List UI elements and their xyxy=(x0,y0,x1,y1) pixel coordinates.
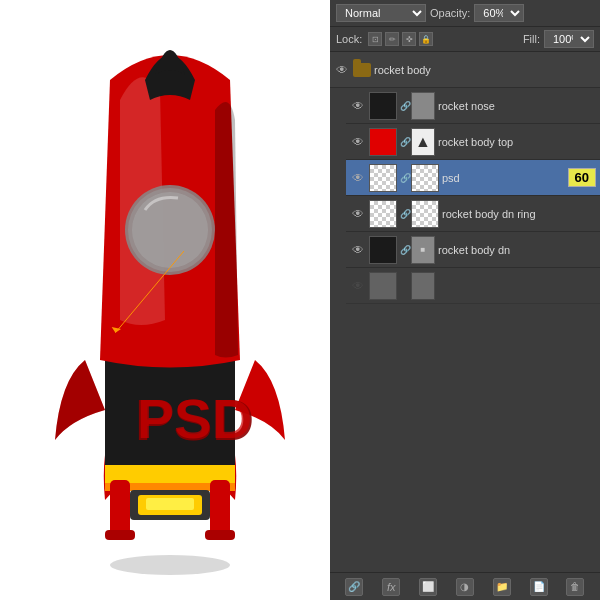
eye-icon-extra[interactable]: 👁 xyxy=(350,278,366,294)
layer-thumb2-extra xyxy=(411,272,435,300)
fill-select[interactable]: 100% xyxy=(544,30,594,48)
panel-lockrow: Lock: ⊡ ✏ ✜ 🔒 Fill: 100% xyxy=(330,27,600,52)
svg-rect-16 xyxy=(205,530,235,540)
layer-link-body-top: 🔗 xyxy=(400,137,408,147)
lock-move-icon[interactable]: ✜ xyxy=(402,32,416,46)
adjustment-layer-icon[interactable]: ◑ xyxy=(456,578,474,596)
layer-thumb-dn-ring xyxy=(369,200,397,228)
delete-layer-icon[interactable]: 🗑 xyxy=(566,578,584,596)
lock-transparency-icon[interactable]: ⊡ xyxy=(368,32,382,46)
svg-point-7 xyxy=(132,192,208,268)
eye-icon-psd[interactable]: 👁 xyxy=(350,170,366,186)
lock-icons: ⊡ ✏ ✜ 🔒 xyxy=(368,32,433,46)
fill-row: Fill: 100% xyxy=(523,30,594,48)
folder-icon xyxy=(353,63,371,77)
layer-name-rocket-nose: rocket nose xyxy=(438,100,596,112)
layer-link-nose: 🔗 xyxy=(400,101,408,111)
layer-name-rocket-body-top: rocket body top xyxy=(438,136,596,148)
layer-row-rocket-body-top[interactable]: 👁 🔗 ▲ rocket body top xyxy=(346,124,600,160)
layer-name-rocket-body: rocket body xyxy=(374,64,596,76)
layer-thumb2-nose xyxy=(411,92,435,120)
mask-icon[interactable]: ⬜ xyxy=(419,578,437,596)
layer-link-psd: 🔗 xyxy=(400,173,408,183)
layer-row-rocket-body-group[interactable]: 👁 rocket body xyxy=(330,52,600,88)
layer-name-rocket-body-dn: rocket body dn xyxy=(438,244,596,256)
layer-row-extra[interactable]: 👁 xyxy=(346,268,600,304)
layer-thumb2-dn: ■ xyxy=(411,236,435,264)
layer-name-psd: psd xyxy=(442,172,565,184)
layer-thumb2-psd xyxy=(411,164,439,192)
svg-text:PSD: PSD xyxy=(137,387,252,450)
layer-thumb-extra xyxy=(369,272,397,300)
fx-icon[interactable]: fx xyxy=(382,578,400,596)
panel-bottombar: 🔗 fx ⬜ ◑ 📁 📄 🗑 xyxy=(330,572,600,600)
layer-row-psd[interactable]: 👁 🔗 psd 60 xyxy=(346,160,600,196)
new-group-icon[interactable]: 📁 xyxy=(493,578,511,596)
svg-point-0 xyxy=(110,555,230,575)
layer-thumb-dn xyxy=(369,236,397,264)
layer-link-dn-ring: 🔗 xyxy=(400,209,408,219)
eye-icon-body-top[interactable]: 👁 xyxy=(350,134,366,150)
layer-name-rocket-body-dn-ring: rocket body dn ring xyxy=(442,208,596,220)
layer-thumb-nose xyxy=(369,92,397,120)
layer-thumb-psd xyxy=(369,164,397,192)
new-layer-icon[interactable]: 📄 xyxy=(530,578,548,596)
layer-link-dn: 🔗 xyxy=(400,245,408,255)
link-layer-icon[interactable]: 🔗 xyxy=(345,578,363,596)
layer-badge-psd: 60 xyxy=(568,168,596,187)
eye-icon-nose[interactable]: 👁 xyxy=(350,98,366,114)
svg-rect-12 xyxy=(146,498,194,510)
opacity-label: Opacity: xyxy=(430,7,470,19)
blend-mode-select[interactable]: Normal xyxy=(336,4,426,22)
fill-label: Fill: xyxy=(523,33,540,45)
layer-row-rocket-nose[interactable]: 👁 🔗 rocket nose xyxy=(346,88,600,124)
canvas-area: PSD PSD xyxy=(0,0,330,600)
lock-paint-icon[interactable]: ✏ xyxy=(385,32,399,46)
layer-row-rocket-body-dn[interactable]: 👁 🔗 ■ rocket body dn xyxy=(346,232,600,268)
lock-label: Lock: xyxy=(336,33,362,45)
rocket-container: PSD PSD xyxy=(30,20,310,580)
eye-icon-dn[interactable]: 👁 xyxy=(350,242,366,258)
panel-topbar: Normal Opacity: 60% xyxy=(330,0,600,27)
eye-icon[interactable]: 👁 xyxy=(334,62,350,78)
lock-all-icon[interactable]: 🔒 xyxy=(419,32,433,46)
opacity-select[interactable]: 60% xyxy=(474,4,524,22)
layer-thumb2-dn-ring xyxy=(411,200,439,228)
layers-list: 👁 rocket body 👁 🔗 rocket nose 👁 🔗 ▲ rock… xyxy=(330,52,600,562)
layer-thumb2-body-top: ▲ xyxy=(411,128,435,156)
eye-icon-dn-ring[interactable]: 👁 xyxy=(350,206,366,222)
layer-thumb-body-top xyxy=(369,128,397,156)
layers-panel: Normal Opacity: 60% Lock: ⊡ ✏ ✜ 🔒 Fill: … xyxy=(330,0,600,600)
svg-rect-14 xyxy=(105,530,135,540)
layer-row-rocket-body-dn-ring[interactable]: 👁 🔗 rocket body dn ring xyxy=(346,196,600,232)
